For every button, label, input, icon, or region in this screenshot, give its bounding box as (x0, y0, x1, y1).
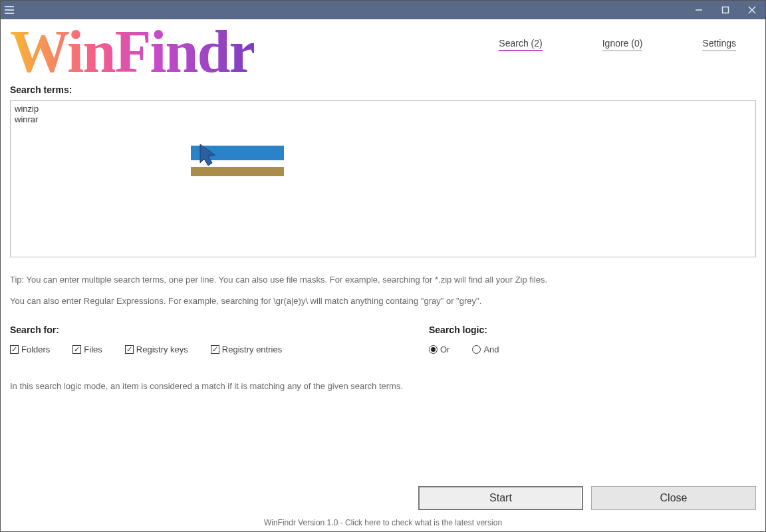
check-icon: ✓ (211, 345, 219, 354)
checkbox-label: Registry keys (136, 344, 188, 354)
check-icon: ✓ (125, 345, 134, 354)
start-button[interactable]: Start (418, 486, 583, 510)
checkbox-registry-entries[interactable]: ✓ Registry entries (211, 344, 282, 354)
search-terms-input[interactable] (10, 100, 756, 257)
radio-icon (472, 345, 481, 354)
radio-icon (429, 345, 438, 354)
minimize-button[interactable] (686, 1, 712, 19)
radio-label: And (483, 344, 499, 354)
search-logic-label: Search logic: (429, 325, 499, 335)
tab-settings[interactable]: Settings (702, 38, 736, 51)
radio-label: Or (440, 344, 449, 354)
maximize-button[interactable] (712, 1, 739, 19)
radio-or[interactable]: Or (429, 344, 449, 354)
tab-ignore[interactable]: Ignore (0) (602, 38, 643, 51)
checkbox-files[interactable]: ✓ Files (72, 344, 102, 354)
close-window-button[interactable] (739, 1, 765, 19)
check-icon: ✓ (72, 345, 81, 354)
checkbox-label: Folders (21, 344, 50, 354)
window-controls (686, 1, 765, 19)
nav-tabs: Search (2) Ignore (0) Settings (499, 26, 756, 51)
checkbox-label: Registry entries (222, 344, 282, 354)
menu-icon[interactable] (5, 6, 14, 14)
app-logo: WinFindr (10, 23, 254, 80)
checkbox-registry-keys[interactable]: ✓ Registry keys (125, 344, 188, 354)
tip-line-2: You can also enter Regular Expressions. … (10, 295, 756, 307)
check-icon: ✓ (10, 345, 19, 354)
svg-rect-1 (723, 7, 729, 13)
tip-line-1: Tip: You can enter multiple search terms… (10, 274, 756, 286)
titlebar (1, 1, 765, 19)
search-for-label: Search for: (10, 325, 382, 335)
search-terms-label: Search terms: (10, 84, 756, 95)
checkbox-folders[interactable]: ✓ Folders (10, 344, 50, 354)
tab-search[interactable]: Search (2) (499, 38, 542, 51)
radio-and[interactable]: And (472, 344, 499, 354)
footer-version-link[interactable]: WinFindr Version 1.0 - Click here to che… (1, 518, 765, 527)
checkbox-label: Files (84, 344, 102, 354)
close-button[interactable]: Close (591, 486, 756, 510)
logic-description: In this search logic mode, an item is co… (10, 381, 756, 391)
